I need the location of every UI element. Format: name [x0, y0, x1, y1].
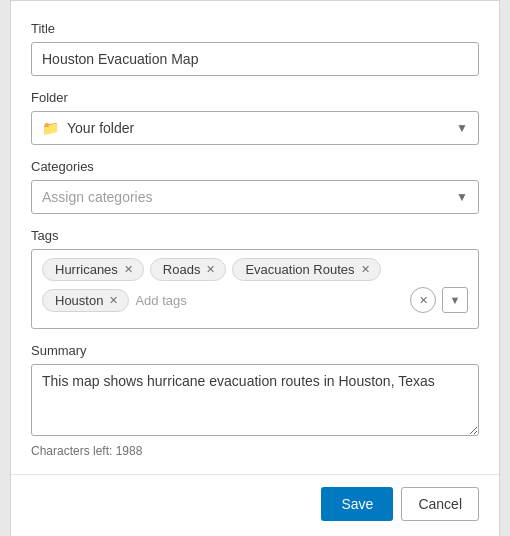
tag-evacuation-routes-label: Evacuation Routes — [245, 262, 354, 277]
folder-value: Your folder — [67, 120, 134, 136]
tags-bottom-right: ✕ ▼ — [410, 287, 468, 313]
tag-houston-label: Houston — [55, 293, 103, 308]
tag-evacuation-routes: Evacuation Routes ✕ — [232, 258, 380, 281]
tags-expand-button[interactable]: ▼ — [442, 287, 468, 313]
categories-label: Categories — [31, 159, 479, 174]
tag-hurricanes-label: Hurricanes — [55, 262, 118, 277]
tag-hurricanes-remove[interactable]: ✕ — [124, 264, 133, 275]
summary-label: Summary — [31, 343, 479, 358]
folder-icon: 📁 — [42, 120, 59, 136]
footer-divider — [11, 474, 499, 475]
footer: Save Cancel — [31, 487, 479, 521]
char-count: Characters left: 1988 — [31, 444, 479, 458]
title-input[interactable] — [31, 42, 479, 76]
title-label: Title — [31, 21, 479, 36]
tags-top-row: Hurricanes ✕ Roads ✕ Evacuation Routes ✕ — [42, 258, 468, 281]
tags-label: Tags — [31, 228, 479, 243]
title-field-group: Title — [31, 21, 479, 76]
categories-field-group: Categories Assign categories ▼ — [31, 159, 479, 214]
categories-select[interactable]: Assign categories ▼ — [31, 180, 479, 214]
tags-container: Hurricanes ✕ Roads ✕ Evacuation Routes ✕… — [31, 249, 479, 329]
folder-select-left: 📁 Your folder — [42, 120, 134, 136]
summary-field-group: Summary This map shows hurricane evacuat… — [31, 343, 479, 458]
tag-hurricanes: Hurricanes ✕ — [42, 258, 144, 281]
folder-chevron-icon: ▼ — [456, 121, 468, 135]
categories-chevron-icon: ▼ — [456, 190, 468, 204]
summary-textarea[interactable]: This map shows hurricane evacuation rout… — [31, 364, 479, 436]
tags-bottom-left: Houston ✕ Add tags — [42, 289, 187, 312]
cancel-button[interactable]: Cancel — [401, 487, 479, 521]
tags-field-group: Tags Hurricanes ✕ Roads ✕ Evacuation Rou… — [31, 228, 479, 329]
tags-bottom-row: Houston ✕ Add tags ✕ ▼ — [42, 287, 468, 313]
folder-field-group: Folder 📁 Your folder ▼ — [31, 90, 479, 145]
add-tags-input[interactable]: Add tags — [135, 293, 186, 308]
categories-placeholder: Assign categories — [42, 189, 153, 205]
tag-houston: Houston ✕ — [42, 289, 129, 312]
tags-clear-all-button[interactable]: ✕ — [410, 287, 436, 313]
tag-roads-remove[interactable]: ✕ — [206, 264, 215, 275]
tag-evacuation-routes-remove[interactable]: ✕ — [361, 264, 370, 275]
folder-select[interactable]: 📁 Your folder ▼ — [31, 111, 479, 145]
dialog: Title Folder 📁 Your folder ▼ Categories … — [10, 0, 500, 536]
tag-houston-remove[interactable]: ✕ — [109, 295, 118, 306]
tag-roads: Roads ✕ — [150, 258, 227, 281]
folder-label: Folder — [31, 90, 479, 105]
tag-roads-label: Roads — [163, 262, 201, 277]
save-button[interactable]: Save — [321, 487, 393, 521]
